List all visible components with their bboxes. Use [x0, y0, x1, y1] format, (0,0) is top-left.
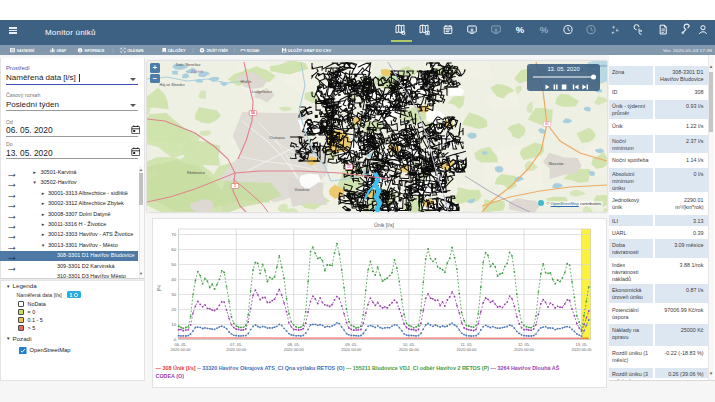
svg-text:81: 81 [545, 122, 549, 126]
svg-text:Dolní Benešov: Dolní Benešov [175, 62, 200, 66]
svg-text:Ludgeřovice: Ludgeřovice [251, 89, 272, 93]
svg-text:Hlučín: Hlučín [240, 80, 251, 84]
svg-text:|: | [234, 48, 235, 53]
svg-text:2020 00:00: 2020 00:00 [399, 347, 420, 352]
svg-text:40: 40 [171, 277, 176, 282]
svg-text:09. 05.: 09. 05. [345, 342, 357, 347]
svg-text:1: 1 [234, 184, 236, 188]
svg-text:70: 70 [171, 232, 176, 237]
svg-text:Vratimov: Vratimov [294, 188, 309, 192]
svg-text:Skoczów: Skoczów [548, 162, 563, 166]
svg-text:60: 60 [171, 247, 176, 252]
svg-text:ULOŽIT GRAF DO CSV: ULOŽIT GRAF DO CSV [288, 47, 332, 52]
svg-text:2020 00:00: 2020 00:00 [284, 347, 305, 352]
svg-text:ZRUŠIT VÝBĚR: ZRUŠIT VÝBĚR [206, 47, 228, 52]
svg-text:2020 00:00: 2020 00:00 [226, 347, 247, 352]
svg-text:10. 05.: 10. 05. [403, 342, 415, 347]
svg-text:NASTAVENÍ: NASTAVENÍ [17, 47, 35, 52]
svg-text:Ver. 2020-05-03 17:38: Ver. 2020-05-03 17:38 [663, 48, 712, 52]
svg-text:08. 05.: 08. 05. [288, 342, 300, 347]
svg-text:2020 00:00: 2020 00:00 [514, 347, 535, 352]
svg-text:Ostrava: Ostrava [269, 135, 285, 140]
svg-text:ZÁLOŽKY: ZÁLOŽKY [168, 47, 187, 52]
svg-text:11: 11 [347, 165, 351, 169]
svg-text:11. 05.: 11. 05. [461, 342, 473, 347]
svg-text:|: | [113, 48, 114, 53]
svg-text:Zábřeh: Zábřeh [189, 69, 203, 74]
svg-text:Klimkovice: Klimkovice [186, 171, 204, 175]
svg-text:|: | [193, 48, 194, 53]
svg-text:ROZSAH: ROZSAH [247, 48, 260, 52]
svg-text:50: 50 [171, 262, 176, 267]
svg-text:13. 05.: 13. 05. [575, 342, 587, 347]
svg-text:2020 00:00: 2020 00:00 [456, 347, 477, 352]
svg-text:56: 56 [251, 111, 255, 115]
svg-text:20: 20 [171, 307, 176, 312]
svg-text:%: % [516, 24, 525, 35]
svg-text:%: % [540, 24, 549, 35]
svg-text:2020 00:00: 2020 00:00 [341, 347, 362, 352]
svg-text:2020 00:00: 2020 00:00 [572, 347, 593, 352]
svg-text:07. 05.: 07. 05. [230, 342, 242, 347]
svg-text:10: 10 [171, 322, 176, 327]
svg-text:INFORMACE: INFORMACE [84, 48, 105, 52]
svg-text:Háj ve Slezsku: Háj ve Slezsku [159, 82, 184, 86]
svg-text:30: 30 [171, 292, 176, 297]
svg-text:12. 05.: 12. 05. [518, 342, 530, 347]
svg-text:GRAF: GRAF [56, 48, 66, 52]
svg-text:06. 05.: 06. 05. [174, 342, 186, 347]
svg-text:2020 00:00: 2020 00:00 [171, 347, 192, 352]
svg-text:Únik [l/s]: Únik [l/s] [374, 222, 394, 228]
svg-text:[l/s]: [l/s] [156, 285, 161, 292]
svg-text:CELÁ MAPA: CELÁ MAPA [127, 47, 144, 52]
